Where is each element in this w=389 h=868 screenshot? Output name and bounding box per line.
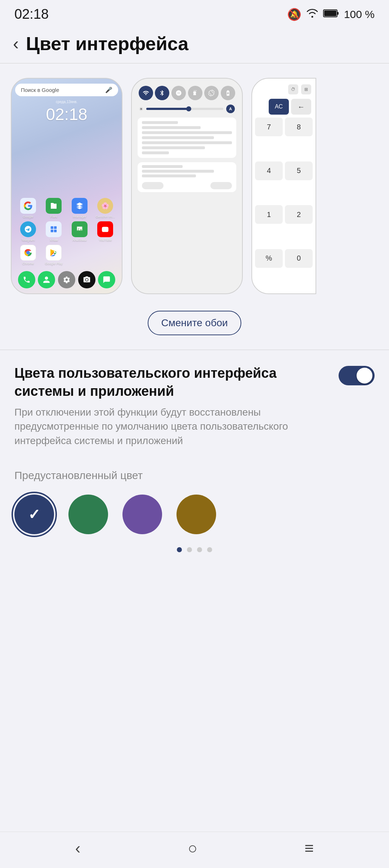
qs-flashlight <box>188 86 202 100</box>
wallpaper-button-container: Смените обои <box>0 311 389 335</box>
calc-grid-icon: ⊞ <box>301 84 311 94</box>
dot-4 <box>207 547 212 552</box>
dock-settings <box>58 271 75 288</box>
app-telegram: Telegram <box>17 221 40 242</box>
app-chrome: Chrome <box>17 245 40 265</box>
phone1-dock <box>15 268 118 290</box>
phone-preview-1: Поиск в Google 🎤 среда,13янв. 02:18 Goog… <box>11 78 122 294</box>
svg-rect-5 <box>51 230 53 232</box>
app-icon-google-play <box>46 245 62 261</box>
app-icon-telegram <box>20 221 36 237</box>
page-title: Цвет интерфейса <box>26 33 188 54</box>
dock-messages <box>98 271 115 288</box>
nav-home-button[interactable]: ○ <box>188 839 197 857</box>
key-7: 7 <box>255 118 283 136</box>
svg-point-7 <box>78 228 79 229</box>
app-hlam: Хлам <box>43 221 66 242</box>
status-time: 02:18 <box>14 6 49 22</box>
key-8: 8 <box>285 118 313 136</box>
phone1-search-bar: Поиск в Google 🎤 <box>15 84 118 96</box>
phone2-quick-settings <box>138 86 236 100</box>
phone1-mic-icon: 🎤 <box>105 87 112 93</box>
preset-label: Предустановленный цвет <box>14 469 375 482</box>
setting-title-colors: Цвета пользовательского интерфейса систе… <box>14 364 331 400</box>
notification-1 <box>138 118 236 158</box>
key-4: 4 <box>255 161 283 180</box>
app-youtube: YouTube <box>94 221 117 242</box>
phone1-date-label: среда,13янв. <box>15 100 118 104</box>
change-wallpaper-button[interactable]: Смените обои <box>148 311 242 335</box>
phone3-top-icons: ⏱ ⊞ <box>255 84 313 94</box>
key-0: 0 <box>285 249 313 268</box>
color-circle-green[interactable] <box>68 495 108 534</box>
color-circle-blue[interactable]: ✓ <box>14 495 54 534</box>
battery-icon <box>323 8 339 21</box>
color-toggle[interactable] <box>339 366 375 385</box>
dock-camera <box>78 271 95 288</box>
toggle-wrap-colors <box>339 364 375 385</box>
app-icon-files <box>46 198 62 214</box>
setting-row-colors: Цвета пользовательского интерфейса систе… <box>14 364 375 447</box>
phone2-brightness-slider: ☀ A <box>138 105 236 113</box>
phone2-user-avatar: A <box>226 105 235 113</box>
app-google-play: Google Play <box>43 245 66 265</box>
app-genshin: 🌸 Genshin Im... <box>94 198 117 218</box>
app-icon-chrome <box>20 245 36 261</box>
mute-icon: 🔕 <box>287 8 301 21</box>
app-files: Files <box>43 198 66 218</box>
phone-preview-2: ☀ A <box>131 78 243 294</box>
status-icons: 🔕 100 % <box>287 8 375 21</box>
nav-menu-button[interactable]: ≡ <box>304 839 314 857</box>
setting-desc-colors: При отключении этой функции будут восста… <box>14 405 331 448</box>
notification-2 <box>138 162 236 192</box>
app-icon-genshin: 🌸 <box>97 198 113 214</box>
preview-section: Поиск в Google 🎤 среда,13янв. 02:18 Goog… <box>0 63 389 305</box>
svg-point-8 <box>26 251 30 254</box>
app-icon-hlam <box>46 221 62 237</box>
app-icon-imanager <box>72 198 88 214</box>
svg-rect-4 <box>54 226 57 229</box>
back-button[interactable]: ‹ <box>13 35 19 52</box>
dot-2 <box>187 547 192 552</box>
svg-rect-1 <box>337 12 339 15</box>
color-circles-row: ✓ <box>14 495 375 534</box>
dock-contacts <box>38 271 55 288</box>
app-icon-youtube <box>97 221 113 237</box>
calc-ac-key: AC <box>269 99 289 115</box>
svg-point-9 <box>85 279 88 281</box>
status-bar: 02:18 🔕 100 % <box>0 0 389 26</box>
qs-rotation <box>204 86 219 100</box>
svg-rect-2 <box>324 10 336 16</box>
app-imanager: iManager <box>68 198 91 218</box>
phone1-search-text: Поиск в Google <box>21 87 105 93</box>
color-circle-gold[interactable] <box>176 495 216 534</box>
calc-history-icon: ⏱ <box>288 84 298 94</box>
phone3-keypad: 7 8 4 5 1 2 % 0 <box>255 118 313 291</box>
calc-backspace-key: ← <box>291 99 311 115</box>
svg-rect-3 <box>51 226 53 229</box>
key-percent: % <box>255 249 283 268</box>
dot-3 <box>197 547 202 552</box>
dock-phone <box>18 271 35 288</box>
qs-dnd <box>171 86 186 100</box>
app-google: Google <box>17 198 40 218</box>
key-1: 1 <box>255 205 283 224</box>
color-circle-purple[interactable] <box>122 495 162 534</box>
app-albums: Альбомы <box>68 221 91 242</box>
battery-percentage: 100 % <box>344 8 375 21</box>
dot-1 <box>177 547 182 552</box>
nav-back-button[interactable]: ‹ <box>75 839 81 857</box>
key-5: 5 <box>285 161 313 180</box>
svg-rect-6 <box>54 230 57 232</box>
qs-battery-saver <box>221 86 235 100</box>
qs-wifi <box>139 86 153 100</box>
bottom-nav: ‹ ○ ≡ <box>0 832 389 868</box>
qs-bluetooth <box>155 86 169 100</box>
wifi-icon <box>307 8 318 21</box>
app-icon-albums <box>72 221 88 237</box>
dots-indicator <box>14 547 375 552</box>
phone1-app-grid: Google Files iManager 🌸 <box>15 198 118 265</box>
setting-text-colors: Цвета пользовательского интерфейса систе… <box>14 364 331 447</box>
toggle-thumb <box>357 368 372 384</box>
check-icon-blue: ✓ <box>28 506 40 523</box>
